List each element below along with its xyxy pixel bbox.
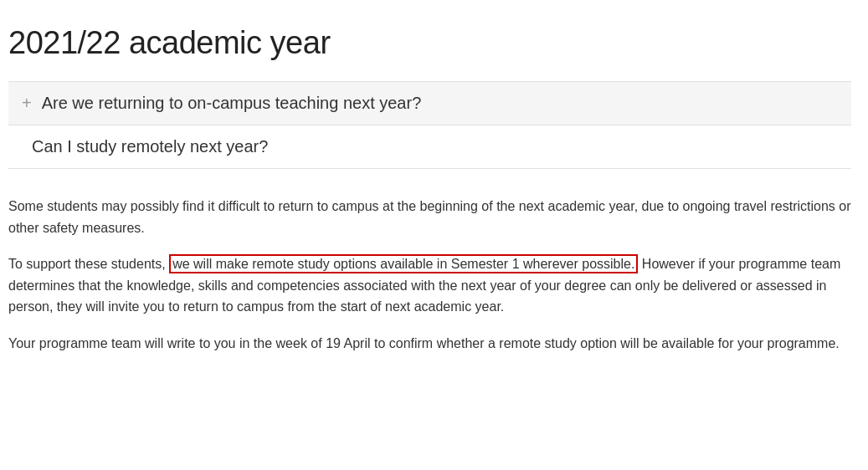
accordion-item-1[interactable]: + Are we returning to on-campus teaching…	[8, 82, 851, 125]
accordion-title-1: Are we returning to on-campus teaching n…	[42, 94, 422, 113]
accordion-container: + Are we returning to on-campus teaching…	[8, 81, 851, 169]
accordion-item-2[interactable]: Can I study remotely next year?	[8, 125, 851, 169]
paragraph-2: To support these students, we will make …	[8, 253, 851, 318]
paragraph-2-before: To support these students,	[8, 257, 166, 271]
accordion-header-1[interactable]: + Are we returning to on-campus teaching…	[8, 82, 851, 125]
accordion-title-2: Can I study remotely next year?	[32, 137, 268, 156]
accordion-header-2[interactable]: Can I study remotely next year?	[8, 125, 851, 168]
content-area: Some students may possibly find it diffi…	[8, 176, 851, 376]
paragraph-2-highlighted: we will make remote study options availa…	[169, 254, 638, 273]
paragraph-3: Your programme team will write to you in…	[8, 333, 851, 355]
plus-icon: +	[22, 94, 32, 113]
paragraph-1: Some students may possibly find it diffi…	[8, 196, 851, 238]
page-title: 2021/22 academic year	[8, 25, 851, 61]
